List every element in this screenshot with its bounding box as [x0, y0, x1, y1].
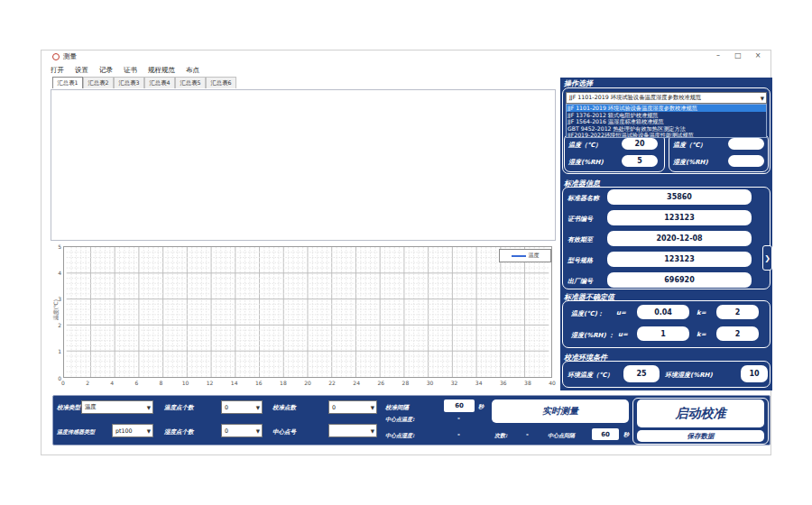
factory-no-input[interactable]: 696920: [607, 272, 752, 288]
tab-summary-5[interactable]: 汇总表5: [175, 77, 206, 88]
uncertainty-temp-k-label: k=: [697, 309, 706, 317]
env-temp-input[interactable]: 25: [623, 365, 660, 382]
right-temp-input[interactable]: [728, 138, 764, 150]
standard-select-combobox[interactable]: JJF 1101-2019 环境试验设备温度湿度参数校准规范 ▼: [566, 92, 767, 104]
combobox-arrow-icon: ▼: [147, 405, 151, 410]
close-button[interactable]: ×: [751, 51, 765, 60]
sensor-type-value: pt100: [115, 427, 133, 434]
y-tick-label: 1: [52, 348, 61, 354]
summary-tab-strip: 汇总表1 汇总表2 汇总表3 汇总表4 汇总表5 汇总表6: [52, 77, 236, 88]
x-tick-label: 34: [472, 380, 486, 386]
combobox-arrow-icon: ▼: [371, 405, 374, 410]
cal-type-combobox[interactable]: 温度 ▼: [81, 400, 153, 414]
temp-points-value: 0: [225, 404, 228, 410]
cal-points-value: 0: [332, 404, 336, 410]
measure-button[interactable]: 实时测量: [492, 399, 629, 423]
maximize-button[interactable]: □: [731, 51, 745, 60]
sensor-type-combobox[interactable]: pt100 ▼: [112, 424, 153, 437]
menu-records[interactable]: 记录: [99, 66, 113, 75]
uncertainty-temp-k-input[interactable]: 2: [716, 305, 759, 319]
hum-points-value: 0: [225, 427, 228, 434]
save-data-button[interactable]: 保存数据: [637, 430, 764, 442]
cal-type-label: 校准类型: [57, 404, 80, 412]
app-icon: [52, 53, 60, 60]
window-title: 测量: [63, 52, 77, 61]
hum-points-combobox[interactable]: 0 ▼: [221, 424, 263, 437]
menu-points[interactable]: 布点: [186, 66, 199, 75]
combobox-arrow-icon: ▼: [256, 428, 260, 434]
title-bar: 测量 – □ ×: [42, 50, 770, 63]
summary-table-panel: [51, 89, 556, 241]
x-tick-label: 32: [448, 380, 462, 386]
right-hum-label: 湿度(%RH): [673, 158, 708, 167]
standard-select-dropdown-list: JJF 1101-2019 环境试验设备温度湿度参数校准规范 JJF 1376-…: [566, 104, 767, 138]
x-tick-label: 22: [325, 380, 339, 386]
combobox-arrow-icon: ▼: [761, 96, 764, 101]
menu-open[interactable]: 打开: [51, 66, 64, 75]
interval-input[interactable]: 60: [444, 399, 475, 412]
combobox-arrow-icon: ▼: [256, 405, 260, 410]
menu-regulations[interactable]: 规程规范: [148, 66, 175, 75]
menu-settings[interactable]: 设置: [75, 66, 88, 75]
y-tick-label: 5: [52, 243, 61, 250]
tab-summary-4[interactable]: 汇总表4: [144, 77, 175, 88]
left-temp-input[interactable]: 20: [622, 138, 658, 150]
dropdown-option-4[interactable]: GBT 9452-2012 热处理炉有效加热区测定方法: [567, 125, 766, 133]
bottom-control-bar: 校准类型 温度 ▼ 温度点个数 0 ▼ 校准点数 0 ▼ 校准间隔 60 秒 实…: [52, 395, 770, 445]
center-point-combobox[interactable]: ▼: [328, 424, 377, 437]
certificate-no-input[interactable]: 123123: [607, 210, 752, 225]
count-value: -: [526, 431, 529, 438]
legend-series-label: 温度: [529, 252, 540, 260]
standard-name-input[interactable]: 35860: [607, 189, 752, 205]
center-interval-input[interactable]: 60: [592, 428, 619, 440]
valid-until-label: 有效期至: [567, 235, 593, 244]
y-tick-label: 0: [52, 375, 61, 381]
cal-points-combobox[interactable]: 0 ▼: [328, 400, 377, 414]
combobox-arrow-icon: ▼: [371, 428, 374, 434]
x-tick-label: 38: [521, 380, 535, 386]
start-calibration-button[interactable]: 启动校准: [637, 399, 764, 427]
env-hum-label: 环境湿度(%RH): [665, 371, 713, 380]
uncertainty-temp-u-input[interactable]: 0.04: [637, 305, 689, 319]
interval-unit-label: 秒: [478, 403, 484, 411]
tab-summary-3[interactable]: 汇总表3: [114, 77, 144, 88]
expand-panel-button[interactable]: ❯: [762, 245, 772, 271]
model-spec-label: 型号规格: [567, 256, 593, 265]
x-tick-label: 4: [105, 380, 119, 386]
app-window: 测量 – □ × 打开 设置 记录 证书 规程规范 布点 汇总表1 汇总表2 汇…: [41, 50, 771, 455]
left-hum-input[interactable]: 5: [622, 155, 658, 167]
dropdown-option-2[interactable]: JJF 1376-2012 箱式电阻炉校准规范: [567, 112, 766, 119]
x-tick-label: 30: [423, 380, 438, 386]
tab-summary-2[interactable]: 汇总表2: [83, 77, 114, 88]
dropdown-option-1[interactable]: JJF 1101-2019 环境试验设备温度湿度参数校准规范: [567, 105, 766, 112]
x-tick-label: 10: [179, 380, 193, 386]
minimize-button[interactable]: –: [711, 51, 725, 60]
uncertainty-hum-k-input[interactable]: 2: [716, 326, 759, 341]
valid-until-input[interactable]: 2020-12-08: [607, 231, 752, 246]
dropdown-option-3[interactable]: JJF 1564-2016 温湿度标准箱校准规范: [567, 118, 766, 125]
temperature-chart: 温度(℃) 温度 0246810121416182022242628303234…: [51, 244, 556, 390]
right-hum-input[interactable]: [728, 155, 764, 167]
uncertainty-temp-label: 温度(℃)：: [571, 309, 604, 318]
dropdown-option-5[interactable]: JJF2019-2022环境恒温试验设备温度性能测试规范: [567, 132, 766, 138]
factory-no-label: 出厂编号: [567, 277, 593, 286]
temp-points-combobox[interactable]: 0 ▼: [221, 400, 263, 414]
left-temp-label: 温度（℃）: [568, 141, 601, 150]
x-tick-label: 26: [374, 380, 388, 386]
x-tick-label: 8: [153, 380, 168, 386]
env-hum-input[interactable]: 10: [741, 365, 768, 382]
menu-certificate[interactable]: 证书: [124, 66, 137, 75]
uncertainty-hum-u-input[interactable]: 1: [637, 326, 689, 341]
tab-summary-1[interactable]: 汇总表1: [52, 77, 83, 88]
x-tick-label: 2: [80, 380, 95, 386]
x-tick-label: 12: [203, 380, 217, 386]
model-spec-input[interactable]: 123123: [607, 252, 752, 267]
x-tick-label: 28: [398, 380, 412, 386]
sensor-type-label: 温度传感器类型: [57, 428, 95, 436]
combobox-arrow-icon: ▼: [147, 428, 151, 434]
tab-summary-6[interactable]: 汇总表6: [206, 77, 236, 88]
uncertainty-hum-label: 湿度(%RH) ：: [571, 331, 614, 340]
hum-points-label: 湿度点个数: [164, 428, 194, 436]
center-temp-label: 中心点温度:: [385, 416, 414, 424]
center-hum-value: -: [457, 431, 460, 438]
